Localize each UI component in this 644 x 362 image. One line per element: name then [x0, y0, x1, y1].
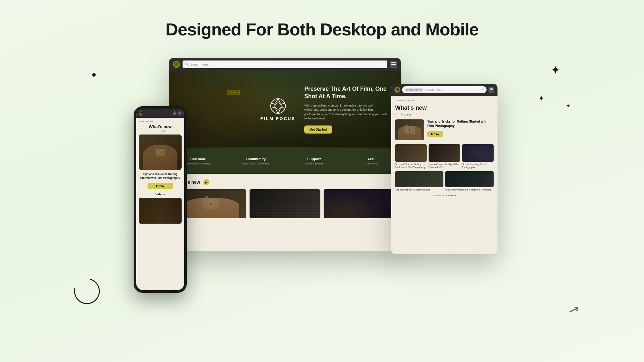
hero-logo-area: FILM FOCUS: [260, 98, 295, 121]
aperture-icon: [174, 61, 179, 67]
tablet-thumb-2-label: How to Choose the Right Film Camera for …: [429, 163, 460, 169]
tablet-thumb-1-label: Tips and Tricks for Getting Started with…: [395, 163, 427, 169]
tablet-search-bar[interactable]: What's new ✕ Search here... ✕: [402, 86, 487, 93]
svg-point-17: [396, 89, 398, 91]
nav-card-support[interactable]: Support Let us help you: [285, 148, 343, 174]
svg-line-9: [278, 99, 280, 103]
phone-content: ← Back to Home What's new 📄 🕐 10 sec: [136, 118, 184, 226]
phone-icon-1[interactable]: ⊕: [173, 111, 176, 115]
tablet-grid-2: The Importance of Experimentation Why Fi…: [395, 171, 494, 191]
get-started-button[interactable]: Get Started: [304, 125, 332, 134]
nav-card-calendar-sub: View upcoming events: [185, 162, 211, 165]
video-thumbnails-row: [175, 189, 394, 218]
powered-by: Powered by RANKINE: [395, 194, 494, 197]
nav-card-account-title: Acc...: [367, 157, 377, 161]
browser-menu-button[interactable]: [390, 61, 397, 68]
whats-new-section: What's new ▶: [169, 174, 401, 251]
tablet-grid-item-3: Tips for Shooting Street Photography: [462, 144, 494, 169]
svg-point-1: [175, 63, 178, 66]
tablet-grid-3: Tips and Tricks for Getting Started with…: [395, 144, 494, 169]
whats-new-header: What's new ▶: [175, 179, 394, 185]
hero-text-area: Preserve The Art Of Film, One Shot At A …: [304, 85, 388, 134]
svg-point-19: [140, 114, 141, 115]
tablet-time-badge: 📄 🕐 10 sec: [395, 113, 494, 116]
nav-card-account-sub: Manage y...: [365, 162, 379, 165]
tablet-thumb-2[interactable]: [429, 144, 460, 162]
svg-line-14: [271, 107, 275, 108]
tablet-grid-item-2: How to Choose the Right Film Camera for …: [429, 144, 460, 169]
phone-back-link[interactable]: ← Back to Home: [139, 120, 182, 122]
tablet-search-tag: What's new ✕: [405, 88, 423, 92]
hero-section: ← Lift: [169, 71, 401, 148]
desktop-browser: 🔍 Search here... ← Lift: [169, 58, 401, 251]
video-thumb-3[interactable]: [324, 189, 394, 218]
phone-play-button[interactable]: ▶ Play: [147, 183, 173, 189]
svg-line-11: [280, 107, 285, 108]
svg-line-10: [280, 103, 285, 105]
nav-card-support-title: Support: [307, 157, 321, 161]
nav-card-calendar-title: Calendar: [190, 157, 205, 161]
phone-icons: ⊕ ✕: [173, 111, 182, 115]
mobile-phone: ⊕ ✕ ← Back to Home What's new 📄 🕐 10 sec: [134, 106, 187, 293]
star-decoration-2: ✦: [551, 64, 560, 76]
star-decoration-4: ✦: [566, 103, 571, 109]
tablet-thumb-4[interactable]: [395, 171, 443, 187]
page-title: Designed For Both Desktop and Mobile: [0, 0, 644, 39]
arrow-decoration: ↗: [566, 301, 582, 319]
phone-hero-thumb[interactable]: [139, 135, 182, 170]
browser-logo: [173, 61, 180, 68]
search-icon: 🔍: [185, 63, 189, 66]
tablet-thumb-3[interactable]: [462, 144, 494, 162]
tablet-whats-new-title: What's new: [395, 105, 494, 111]
whats-new-arrow[interactable]: ▶: [203, 179, 210, 185]
tablet-chrome: What's new ✕ Search here... ✕: [391, 84, 497, 96]
tablet-thumb-3-label: Tips for Shooting Street Photography: [462, 163, 494, 169]
hero-subtext: With personalized mentorship, exclusive …: [304, 104, 388, 121]
svg-line-13: [276, 109, 278, 114]
tablet-grid-item-4: The Importance of Experimentation: [395, 171, 443, 191]
phone-video-strip[interactable]: [139, 198, 182, 224]
browser-content: ← Lift: [169, 71, 401, 251]
tablet-grid-item-1: Tips and Tricks for Getting Started with…: [395, 144, 427, 169]
tablet-thumb-1[interactable]: [395, 144, 427, 162]
phone-screen: ⊕ ✕ ← Back to Home What's new 📄 🕐 10 sec: [136, 109, 184, 290]
tablet-back-link[interactable]: ← Back to Home: [395, 99, 494, 102]
tablet-featured-title: Tips and Tricks for Getting Started with…: [427, 119, 494, 128]
phone-icon-2[interactable]: ✕: [178, 111, 182, 115]
search-placeholder: Search here...: [190, 63, 211, 66]
star-decoration-1: ✦: [90, 71, 98, 80]
tablet-thumb-5[interactable]: [445, 171, 494, 187]
tablet-thumb-5-label: Why Film Photography is Making a Comebac…: [445, 188, 494, 191]
tablet-menu-button[interactable]: [488, 87, 494, 93]
tablet-search-placeholder: Search here...: [425, 88, 443, 91]
svg-line-15: [271, 103, 275, 105]
phone-section-label: Videos: [139, 193, 182, 196]
tablet-grid-item-5: Why Film Photography is Making a Comebac…: [445, 171, 494, 191]
swirl-decoration: [69, 274, 104, 309]
phone-aperture-icon: [139, 113, 142, 116]
tablet-panel: What's new ✕ Search here... ✕ ← Back to …: [391, 84, 497, 254]
phone-time-badge: 📄 🕐 10 sec: [139, 130, 182, 132]
tablet-featured-card: Tips and Tricks for Getting Started with…: [395, 119, 494, 140]
browser-chrome: 🔍 Search here...: [169, 58, 401, 71]
nav-cards: Calendar View upcoming events Community …: [169, 148, 401, 174]
phone-video-title: Tips and Tricks for Getting Started with…: [139, 172, 182, 180]
nav-card-support-sub: Let us help you: [305, 162, 323, 165]
tablet-play-button[interactable]: ▶ Play: [427, 131, 443, 137]
desktop-search-bar[interactable]: 🔍 Search here...: [183, 60, 387, 68]
phone-logo: [139, 111, 143, 116]
star-decoration-3: ✦: [538, 95, 544, 102]
tablet-thumb-4-label: The Importance of Experimentation: [395, 188, 443, 191]
tablet-logo: [394, 87, 400, 93]
devices-container: 🔍 Search here... ← Lift: [153, 58, 491, 283]
tablet-featured-info: Tips and Tricks for Getting Started with…: [427, 119, 494, 137]
video-thumb-2[interactable]: [250, 189, 320, 218]
svg-point-7: [275, 103, 281, 109]
hero-heading: Preserve The Art Of Film, One Shot At A …: [304, 85, 388, 100]
svg-point-16: [395, 88, 399, 92]
nav-card-community[interactable]: Community Get in touch with others: [227, 148, 285, 174]
svg-point-6: [270, 99, 285, 114]
tablet-featured-thumb[interactable]: [395, 119, 424, 140]
svg-line-12: [278, 109, 280, 114]
hero-brand: FILM FOCUS: [260, 116, 295, 121]
